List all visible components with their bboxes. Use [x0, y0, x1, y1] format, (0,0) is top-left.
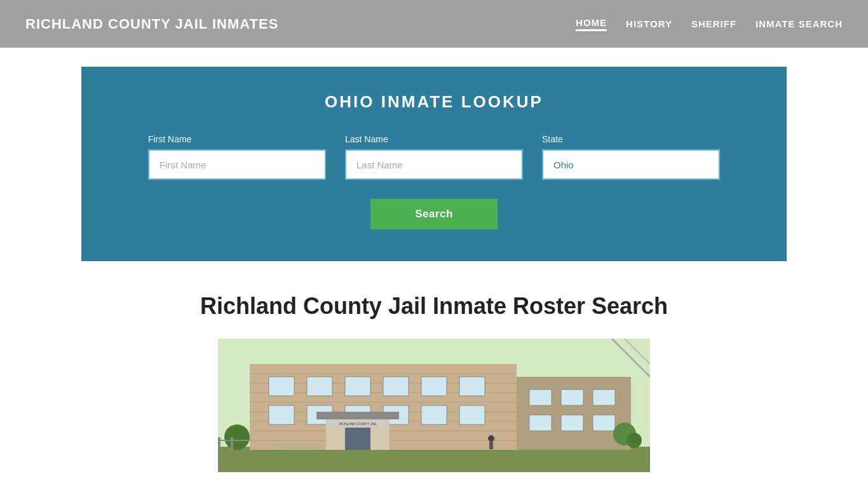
nav-inmate-search[interactable]: INMATE SEARCH [756, 18, 843, 29]
svg-rect-27 [529, 415, 552, 431]
svg-rect-28 [561, 415, 583, 431]
state-input[interactable] [542, 149, 720, 180]
nav-history[interactable]: HISTORY [626, 18, 672, 29]
first-name-group: First Name [148, 134, 326, 180]
jail-image-container: RICHLAND COUNTY JAIL [25, 339, 843, 472]
svg-rect-26 [593, 390, 615, 405]
first-name-label: First Name [148, 134, 326, 144]
svg-rect-17 [459, 377, 485, 396]
svg-rect-45 [489, 442, 493, 449]
last-name-group: Last Name [345, 134, 523, 180]
svg-rect-31 [316, 412, 399, 419]
search-button[interactable]: Search [370, 199, 498, 229]
svg-rect-16 [421, 377, 447, 396]
site-title: RICHLAND COUNTY JAIL INMATES [25, 16, 278, 32]
svg-rect-25 [561, 390, 583, 405]
jail-image: RICHLAND COUNTY JAIL [218, 339, 650, 472]
site-header: RICHLAND COUNTY JAIL INMATES HOME HISTOR… [0, 0, 868, 48]
svg-rect-24 [529, 390, 552, 405]
jail-building-svg: RICHLAND COUNTY JAIL [218, 339, 650, 472]
svg-point-36 [224, 424, 250, 450]
last-name-label: Last Name [345, 134, 523, 144]
search-form-fields: First Name Last Name State [119, 134, 749, 180]
svg-rect-41 [218, 437, 220, 450]
content-section: Richland County Jail Inmate Roster Searc… [0, 261, 868, 472]
state-group: State [542, 134, 720, 180]
svg-rect-15 [383, 377, 409, 396]
svg-rect-23 [459, 405, 485, 424]
svg-rect-13 [307, 377, 332, 396]
svg-rect-11 [517, 377, 631, 450]
svg-point-38 [627, 433, 642, 448]
first-name-input[interactable] [148, 149, 326, 180]
sub-header-bar [0, 48, 868, 67]
last-name-input[interactable] [345, 149, 523, 180]
nav-sheriff[interactable]: SHERIFF [691, 18, 736, 29]
nav-home[interactable]: HOME [576, 17, 607, 31]
content-title: Richland County Jail Inmate Roster Searc… [25, 293, 843, 320]
state-label: State [542, 134, 720, 144]
svg-rect-18 [269, 405, 294, 424]
svg-rect-12 [269, 377, 294, 396]
svg-rect-1 [218, 447, 650, 472]
svg-rect-42 [231, 437, 233, 450]
svg-rect-29 [593, 415, 615, 431]
main-nav: HOME HISTORY SHERIFF INMATE SEARCH [576, 17, 843, 31]
svg-rect-32 [345, 428, 370, 450]
svg-rect-14 [345, 377, 370, 396]
inmate-lookup-section: OHIO INMATE LOOKUP First Name Last Name … [81, 67, 787, 261]
svg-rect-22 [421, 405, 447, 424]
search-button-row: Search [119, 199, 749, 229]
lookup-title: OHIO INMATE LOOKUP [119, 92, 749, 112]
svg-text:RICHLAND COUNTY JAIL: RICHLAND COUNTY JAIL [339, 422, 377, 426]
svg-point-44 [488, 435, 494, 442]
